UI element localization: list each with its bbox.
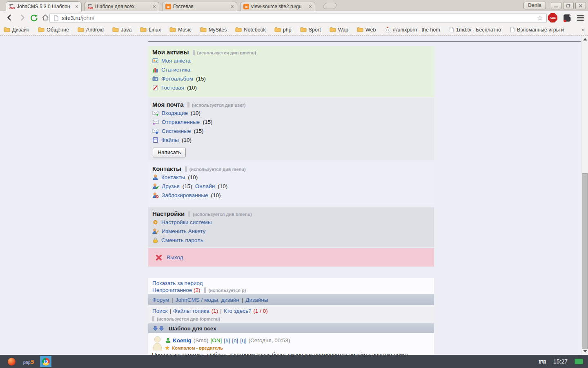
show-period-link[interactable]: Показать за период xyxy=(152,280,203,286)
bookmark-folder[interactable]: Web xyxy=(357,27,376,33)
taskbar-tray: ru 15:27 xyxy=(539,358,588,365)
menu-link[interactable]: Изменить Анкету xyxy=(162,228,205,234)
breadcrumb-forum-link[interactable]: Форум xyxy=(152,297,169,303)
bookmark-folder[interactable]: Wap xyxy=(330,27,348,33)
bookmark-folder[interactable]: Linux xyxy=(140,27,161,33)
menu-link-online[interactable]: Онлайн xyxy=(195,183,215,189)
home-icon[interactable] xyxy=(42,14,49,21)
bookmark-folder[interactable]: Android xyxy=(78,27,104,33)
menu-link[interactable]: Сменить пароль xyxy=(161,237,203,243)
bookmark-folder[interactable]: Sport xyxy=(300,27,321,33)
bookmark-folder[interactable]: Дизайн xyxy=(4,27,29,33)
post-cite-link[interactable]: [ц] xyxy=(240,337,246,343)
menu-item-blocked[interactable]: Заблокированные(10) xyxy=(152,191,430,200)
reload-icon[interactable] xyxy=(30,14,38,22)
tab-guestbook[interactable]: ∞ Гостевая × xyxy=(162,2,237,11)
new-tab-button[interactable] xyxy=(323,3,338,9)
bookmark-star-icon[interactable]: ☆ xyxy=(537,15,543,22)
tab-close-icon[interactable]: × xyxy=(153,4,156,9)
bookmark-folder[interactable]: Общение xyxy=(38,27,69,33)
menu-link[interactable]: Отправленные xyxy=(162,119,200,125)
clock[interactable]: 15:27 xyxy=(553,358,568,365)
bookmark-folder[interactable]: Notebook xyxy=(235,27,266,33)
scrollbar[interactable] xyxy=(581,36,588,355)
scroll-down-arrow-icon[interactable] xyxy=(583,350,587,352)
menu-item-edit-profile[interactable]: Изменить Анкету xyxy=(152,227,430,236)
tab-johncms[interactable]: CMS JohnCMS 5.3.0 Шаблон × xyxy=(6,1,82,11)
forum-post: Koenig (Smd) [ON] [#] [o] [ц] (Сегодня, … xyxy=(148,333,434,355)
avatar[interactable] xyxy=(152,335,163,350)
bookmark-folder[interactable]: php xyxy=(274,27,292,33)
tab-strip: CMS JohnCMS 5.3.0 Шаблон × CMS Шаблон дл… xyxy=(0,0,588,11)
menu-link[interactable]: Статистика xyxy=(161,67,190,73)
bookmark-folder[interactable]: Java xyxy=(112,27,131,33)
menu-count: (10) xyxy=(211,192,220,198)
battery-icon[interactable] xyxy=(575,359,583,364)
tab-close-icon[interactable]: × xyxy=(309,4,312,9)
tab-close-icon[interactable]: × xyxy=(75,4,78,9)
menu-item-friends[interactable]: Друзья(15) Онлайн(10) xyxy=(152,182,430,191)
taskbar-php-app[interactable]: php5 xyxy=(23,356,34,367)
forward-icon[interactable] xyxy=(19,14,26,21)
bookmark-unixporn[interactable]: /r/unixporn - the hom xyxy=(384,27,440,33)
menu-item-inbox[interactable]: Входящие(10) xyxy=(152,108,430,117)
tab-viewsource[interactable]: ∞ view-source:site2.ru/gu × xyxy=(240,2,315,11)
bookmark-folder[interactable]: Music xyxy=(169,27,192,33)
menu-link[interactable]: Моя анкета xyxy=(161,58,191,64)
unread-link[interactable]: Непрочитанное xyxy=(152,287,192,293)
menu-link[interactable]: Контакты xyxy=(161,174,185,180)
menu-item-photos[interactable]: Фотоальбом(15) xyxy=(152,74,430,83)
post-author-link[interactable]: Koenig xyxy=(173,337,192,343)
topic-files-link[interactable]: Файлы топика xyxy=(173,307,209,314)
evernote-icon[interactable] xyxy=(562,13,572,22)
bookmark-1mdtv[interactable]: 1md.tv - Бесплатно xyxy=(449,27,501,33)
post-quote-link[interactable]: [o] xyxy=(232,337,238,343)
bookmark-folder[interactable]: MySites xyxy=(200,27,227,33)
bookmarks-overflow-chevron[interactable]: » xyxy=(582,27,585,33)
bookmark-label: Java xyxy=(121,27,131,33)
scroll-up-arrow-icon[interactable] xyxy=(583,38,587,40)
menu-link[interactable]: Входящие xyxy=(162,110,188,116)
taskbar-browser-app[interactable] xyxy=(6,356,17,367)
tab-close-icon[interactable]: × xyxy=(231,4,234,9)
menu-link[interactable]: Фотоальбом xyxy=(161,76,193,82)
scrollbar-thumb[interactable] xyxy=(582,173,588,349)
profile-button[interactable]: Denis xyxy=(523,2,546,9)
menu-item-change-password[interactable]: Сменить пароль xyxy=(152,236,430,245)
language-indicator[interactable]: ru xyxy=(539,358,546,365)
maximize-button[interactable] xyxy=(563,2,574,9)
taskbar-chrome-app[interactable] xyxy=(40,356,51,367)
menu-item-guestbook[interactable]: Гостевая(10) xyxy=(152,83,430,92)
breadcrumb-category-link[interactable]: JohnCMS / моды, дизайн xyxy=(176,297,239,303)
menu-item-system[interactable]: i Системные(15) xyxy=(152,126,430,135)
address-bar[interactable]: site3.ru/john/ ☆ xyxy=(49,13,547,23)
back-icon[interactable] xyxy=(6,14,13,21)
search-link[interactable]: Поиск xyxy=(152,307,167,314)
tab-template[interactable]: CMS Шаблон для всех × xyxy=(84,2,159,11)
post-anchor-link[interactable]: [#] xyxy=(224,337,230,343)
logout-row[interactable]: Выход xyxy=(148,248,434,267)
section-contacts: Контакты(используется див menu) Контакты… xyxy=(148,162,434,205)
menu-item-stats[interactable]: Статистика xyxy=(152,65,430,74)
menu-link[interactable]: Настройки системы xyxy=(161,219,212,225)
menu-link[interactable]: Заблокированные xyxy=(162,192,208,198)
adblock-icon[interactable]: ABS xyxy=(548,13,557,22)
menu-item-contacts[interactable]: Контакты(10) xyxy=(152,173,430,182)
menu-icon[interactable] xyxy=(577,14,584,22)
close-button[interactable] xyxy=(575,2,586,9)
breadcrumb-section-link[interactable]: Дизайны xyxy=(245,297,268,303)
menu-item-files[interactable]: Файлы(10) xyxy=(152,135,430,144)
menu-item-profile[interactable]: Моя анкета xyxy=(152,56,430,65)
menu-link[interactable]: Гостевая xyxy=(161,85,184,91)
menu-item-sent[interactable]: Отправленные(15) xyxy=(152,117,430,126)
compose-button[interactable]: Написать xyxy=(153,148,186,157)
menu-link[interactable]: Системные xyxy=(162,128,191,134)
bookmark-games[interactable]: Взломанные игры и xyxy=(510,27,564,33)
menu-link[interactable]: Друзья xyxy=(162,183,180,189)
bookmark-label: /r/unixporn - the hom xyxy=(393,27,440,33)
who-is-here-link[interactable]: Кто здесь? xyxy=(224,307,252,314)
menu-link[interactable]: Файлы xyxy=(161,137,179,143)
logout-link[interactable]: Выход xyxy=(167,254,183,260)
minimize-button[interactable] xyxy=(551,2,561,9)
menu-item-system-settings[interactable]: Настройки системы xyxy=(152,218,430,227)
